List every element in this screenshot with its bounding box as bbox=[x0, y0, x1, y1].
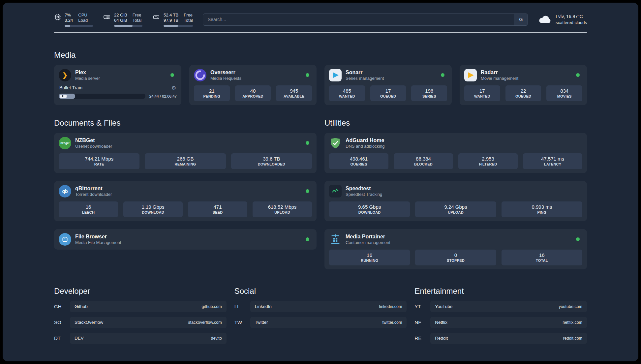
stat-series: 196 SERIES bbox=[411, 85, 447, 101]
filebrowser-icon bbox=[59, 233, 71, 246]
search-engine-button[interactable]: G bbox=[514, 14, 528, 25]
status-online-dot bbox=[576, 237, 580, 241]
app-name: AdGuard Home bbox=[346, 137, 385, 143]
stat-wanted: 17 WANTED bbox=[464, 85, 500, 101]
app-name: Media Portainer bbox=[346, 234, 390, 240]
stat-latency: 47.571 ms LATENCY bbox=[523, 153, 582, 169]
stat-seed: 471 SEED bbox=[188, 201, 247, 217]
app-card-adguard[interactable]: AdGuard Home DNS and adblocking 498,461 … bbox=[324, 133, 587, 173]
bookmark-link[interactable]: Twitter twitter.com bbox=[250, 317, 407, 328]
app-subtitle: Movie management bbox=[481, 76, 518, 81]
utilities-section-title: Utilities bbox=[324, 118, 587, 128]
app-card-qbittorrent[interactable]: qb qBittorrent Torrent downloader 16 LEE… bbox=[54, 181, 317, 221]
app-card-plex[interactable]: ❯ Plex Media server Bullet Train ⚙ bbox=[54, 65, 181, 105]
memory-icon bbox=[103, 14, 111, 21]
stat-queued: 22 QUEUED bbox=[505, 85, 541, 101]
app-subtitle: Torrent downloader bbox=[75, 192, 112, 197]
bookmark-abbr: RE bbox=[414, 335, 430, 341]
cpu-percent: 7% bbox=[65, 13, 73, 18]
stat-stopped: 0 STOPPED bbox=[415, 250, 496, 265]
media-section-title: Media bbox=[54, 50, 587, 60]
memory-free-value: 22 GiB bbox=[114, 13, 127, 18]
stat-upload: 618.52 Mbps UPLOAD bbox=[253, 201, 312, 217]
search-bar[interactable]: G bbox=[203, 14, 528, 26]
weather-condition: scattered clouds bbox=[556, 20, 587, 26]
disk-label-2: Total bbox=[184, 18, 193, 23]
bookmark-link[interactable]: DEV dev.to bbox=[70, 333, 227, 344]
bookmark-link[interactable]: Github github.com bbox=[70, 301, 227, 312]
status-online-dot bbox=[170, 73, 174, 77]
stat-queued: 17 QUEUED bbox=[370, 85, 406, 101]
app-card-speedtest[interactable]: Speedtest Speedtest Tracking 9.65 Gbps D… bbox=[324, 181, 587, 221]
app-card-sonarr[interactable]: Sonarr Series management 485 WANTED 17 Q… bbox=[324, 65, 452, 105]
app-subtitle: Media server bbox=[75, 76, 100, 81]
bookmark-abbr: SO bbox=[54, 319, 70, 325]
app-card-portainer[interactable]: Media Portainer Container management 16 … bbox=[324, 229, 587, 269]
app-name: Plex bbox=[75, 70, 100, 76]
disk-widget: 52.4 TB 97.9 TB Free Total bbox=[152, 13, 193, 27]
memory-label-1: Free bbox=[133, 13, 141, 18]
stat-movies: 834 MOVIES bbox=[546, 85, 582, 101]
section-developer: Developer GH Github github.com SO StackO… bbox=[54, 287, 227, 344]
pause-button[interactable] bbox=[60, 95, 67, 98]
app-card-nzbget[interactable]: nzbget NZBGet Usenet downloader 744.21 M… bbox=[54, 133, 317, 173]
documents-section-title: Documents & Files bbox=[54, 118, 317, 128]
app-name: NZBGet bbox=[75, 137, 112, 143]
status-online-dot bbox=[306, 189, 309, 193]
cpu-widget: 7% 3.24 CPU Load bbox=[54, 13, 93, 27]
app-name: qBittorrent bbox=[75, 186, 112, 192]
bookmark-link[interactable]: LinkedIn linkedin.com bbox=[250, 301, 407, 312]
bookmark-link[interactable]: StackOverflow stackoverflow.com bbox=[70, 317, 227, 328]
stat-available: 945 AVAILABLE bbox=[276, 85, 312, 101]
radarr-icon bbox=[464, 69, 477, 81]
app-subtitle: DNS and adblocking bbox=[346, 144, 385, 149]
app-subtitle: Series management bbox=[346, 76, 384, 81]
disk-progress-fill bbox=[164, 25, 178, 27]
bookmark-twitter: TW Twitter twitter.com bbox=[234, 317, 407, 328]
now-playing-title: Bullet Train bbox=[59, 85, 82, 90]
playback-seekbar[interactable] bbox=[59, 94, 145, 99]
weather-widget[interactable]: Lviv, 16.87°C scattered clouds bbox=[538, 14, 587, 26]
stat-blocked: 86,384 BLOCKED bbox=[394, 153, 453, 169]
cpu-progress-bar bbox=[65, 25, 93, 27]
plex-icon: ❯ bbox=[59, 69, 71, 81]
section-social: Social LI LinkedIn linkedin.com TW Twitt… bbox=[234, 287, 407, 344]
disk-label-1: Free bbox=[184, 13, 193, 18]
nzbget-icon: nzbget bbox=[59, 137, 71, 149]
stat-leech: 16 LEECH bbox=[59, 201, 118, 217]
playback-time: 24:44 / 02:06:47 bbox=[149, 94, 177, 98]
search-input[interactable] bbox=[203, 14, 514, 25]
header-divider bbox=[54, 32, 587, 33]
cpu-progress-fill bbox=[65, 25, 70, 27]
bookmark-linkedin: LI LinkedIn linkedin.com bbox=[234, 301, 407, 312]
bookmark-link[interactable]: Netflix netflix.com bbox=[430, 317, 587, 328]
app-card-radarr[interactable]: Radarr Movie management 17 WANTED 22 QUE… bbox=[460, 65, 587, 105]
stat-rate: 744.21 Mbps RATE bbox=[59, 153, 139, 169]
app-card-filebrowser[interactable]: File Browser Media File Management bbox=[54, 229, 317, 250]
disk-icon bbox=[152, 14, 160, 21]
overseerr-icon bbox=[194, 69, 206, 81]
gear-icon[interactable]: ⚙ bbox=[171, 85, 176, 91]
section-media: Media ❯ Plex Media server Bullet Train ⚙ bbox=[54, 50, 587, 105]
memory-label-2: Total bbox=[133, 18, 141, 23]
memory-progress-bar bbox=[114, 25, 142, 27]
app-name: Overseerr bbox=[210, 70, 241, 76]
memory-widget: 22 GiB 64 GiB Free Total bbox=[103, 13, 142, 27]
app-name: Sonarr bbox=[346, 70, 384, 76]
app-card-overseerr[interactable]: Overseerr Media Requests 21 PENDING 40 A… bbox=[189, 65, 317, 105]
sonarr-icon bbox=[329, 69, 342, 81]
cloud-icon bbox=[538, 14, 552, 25]
bookmark-link[interactable]: YouTube youtube.com bbox=[430, 301, 587, 312]
bookmark-reddit: RE Reddit reddit.com bbox=[414, 333, 587, 344]
app-name: File Browser bbox=[75, 234, 121, 240]
bookmark-abbr: DT bbox=[54, 335, 70, 341]
entertainment-section-title: Entertainment bbox=[414, 287, 587, 296]
stat-ping: 0.993 ms PING bbox=[502, 201, 582, 217]
cpu-label-1: CPU bbox=[78, 13, 88, 18]
adguard-icon bbox=[329, 137, 342, 149]
app-subtitle: Speedtest Tracking bbox=[346, 192, 382, 197]
app-subtitle: Media Requests bbox=[210, 76, 241, 81]
bookmark-link[interactable]: Reddit reddit.com bbox=[430, 333, 587, 344]
stat-queries: 498,461 QUERIES bbox=[329, 153, 388, 169]
dashboard-page: 7% 3.24 CPU Load bbox=[3, 3, 638, 361]
